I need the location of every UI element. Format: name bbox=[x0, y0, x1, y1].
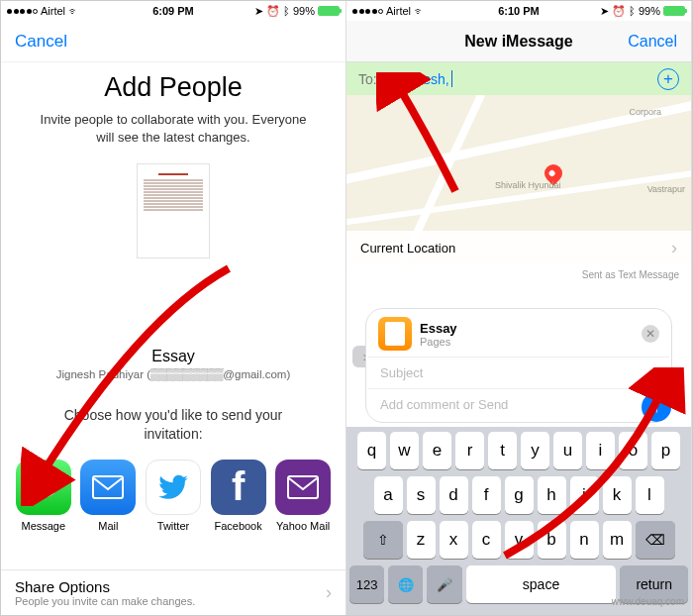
key-m[interactable]: m bbox=[603, 521, 632, 559]
key-b[interactable]: b bbox=[538, 521, 566, 559]
key-p[interactable]: p bbox=[651, 432, 680, 469]
key-s[interactable]: s bbox=[407, 476, 436, 514]
key-backspace[interactable]: ⌫ bbox=[636, 521, 675, 559]
share-app-message[interactable]: Message bbox=[14, 460, 73, 532]
nav-bar: Cancel bbox=[1, 21, 346, 62]
key-l[interactable]: l bbox=[636, 476, 664, 514]
document-owner: Jignesh Padhiyar (▒▒▒▒▒▒▒▒▒@gmail.com) bbox=[1, 368, 346, 380]
share-app-mail[interactable]: Mail bbox=[78, 460, 138, 532]
battery-percent: 99% bbox=[293, 5, 315, 17]
app-label: Mail bbox=[98, 520, 118, 532]
status-bar: Airtel ᯤ 6:10 PM ➤ ⏰ ᛒ 99% bbox=[346, 1, 691, 21]
key-j[interactable]: j bbox=[570, 476, 599, 514]
nav-bar: New iMessage Cancel bbox=[346, 21, 691, 62]
key-w[interactable]: w bbox=[390, 432, 419, 469]
map-preview[interactable]: Shivalik Hyundai Corpora Vastrapur Curre… bbox=[346, 95, 691, 265]
signal-indicator bbox=[7, 9, 38, 14]
remove-attachment-button[interactable]: ✕ bbox=[642, 325, 659, 343]
key-z[interactable]: z bbox=[407, 521, 436, 559]
key-emoji[interactable]: 🌐 bbox=[388, 565, 423, 603]
share-app-yahoo[interactable]: Yahoo Mail bbox=[273, 460, 333, 532]
text-cursor bbox=[451, 70, 453, 87]
key-q[interactable]: q bbox=[357, 432, 386, 469]
key-f[interactable]: f bbox=[472, 476, 501, 514]
map-poi: Corpora bbox=[629, 107, 661, 117]
share-options-sub: People you invite can make changes. bbox=[15, 595, 195, 607]
comment-input[interactable]: Add comment or Send ↑ bbox=[368, 389, 669, 420]
key-i[interactable]: i bbox=[586, 432, 615, 469]
attachment-row: Essay Pages ✕ bbox=[368, 311, 669, 357]
share-app-facebook[interactable]: f Facebook bbox=[209, 460, 268, 532]
send-button[interactable]: ↑ bbox=[642, 392, 671, 422]
mail-icon bbox=[80, 460, 136, 515]
keyboard: qwertyuiop asdfghjkl ⇧zxcvbnm⌫ 123 🌐 🎤 s… bbox=[346, 427, 691, 615]
status-bar: Airtel ᯤ 6:09 PM ➤ ⏰ ᛒ 99% bbox=[1, 1, 346, 21]
to-field[interactable]: To: Dhvanesh, + bbox=[346, 62, 691, 95]
chevron-right-icon: › bbox=[326, 582, 332, 603]
nav-title: New iMessage bbox=[464, 33, 572, 51]
svg-rect-1 bbox=[288, 476, 318, 498]
cancel-button[interactable]: Cancel bbox=[628, 33, 677, 51]
key-space[interactable]: space bbox=[466, 565, 617, 603]
cancel-button[interactable]: Cancel bbox=[15, 32, 67, 51]
wifi-icon: ᯤ bbox=[68, 5, 79, 17]
keyboard-row-3: ⇧zxcvbnm⌫ bbox=[349, 521, 688, 559]
key-d[interactable]: d bbox=[440, 476, 468, 514]
key-a[interactable]: a bbox=[374, 476, 403, 514]
key-t[interactable]: t bbox=[488, 432, 517, 469]
alarm-icon: ⏰ bbox=[266, 5, 280, 18]
key-u[interactable]: u bbox=[553, 432, 582, 469]
app-label: Yahoo Mail bbox=[276, 520, 330, 532]
key-o[interactable]: o bbox=[619, 432, 647, 469]
app-label: Twitter bbox=[157, 520, 189, 532]
keyboard-row-2: asdfghjkl bbox=[349, 476, 688, 514]
key-shift[interactable]: ⇧ bbox=[363, 521, 403, 559]
key-c[interactable]: c bbox=[472, 521, 501, 559]
key-y[interactable]: y bbox=[521, 432, 549, 469]
key-n[interactable]: n bbox=[570, 521, 599, 559]
to-label: To: bbox=[358, 71, 377, 87]
share-options-title: Share Options bbox=[15, 578, 195, 595]
app-label: Message bbox=[21, 520, 65, 532]
signal-indicator bbox=[352, 9, 383, 14]
keyboard-row-1: qwertyuiop bbox=[349, 432, 688, 469]
page-subtitle: Invite people to collaborate with you. E… bbox=[31, 111, 316, 146]
wifi-icon: ᯤ bbox=[414, 5, 425, 17]
twitter-icon bbox=[146, 460, 201, 515]
current-location-bar[interactable]: Current Location › bbox=[346, 231, 691, 265]
svg-rect-0 bbox=[93, 476, 123, 498]
status-time: 6:10 PM bbox=[498, 5, 540, 17]
map-poi: Vastrapur bbox=[647, 184, 685, 194]
bluetooth-icon: ᛒ bbox=[283, 5, 290, 17]
right-screen: Airtel ᯤ 6:10 PM ➤ ⏰ ᛒ 99% New iMessage … bbox=[346, 1, 692, 615]
key-x[interactable]: x bbox=[440, 521, 468, 559]
status-time: 6:09 PM bbox=[152, 5, 194, 17]
left-screen: Airtel ᯤ 6:09 PM ➤ ⏰ ᛒ 99% Cancel Add Pe… bbox=[1, 1, 346, 615]
key-e[interactable]: e bbox=[423, 432, 451, 469]
battery-percent: 99% bbox=[639, 5, 660, 17]
map-poi: Shivalik Hyundai bbox=[495, 180, 561, 190]
key-v[interactable]: v bbox=[505, 521, 534, 559]
current-location-label: Current Location bbox=[360, 241, 455, 256]
key-k[interactable]: k bbox=[603, 476, 632, 514]
arrow-up-icon: ↑ bbox=[652, 398, 660, 416]
facebook-icon: f bbox=[211, 460, 266, 515]
key-mic[interactable]: 🎤 bbox=[427, 565, 461, 603]
sent-as-label: Sent as Text Message bbox=[346, 265, 691, 284]
subject-input[interactable]: Subject bbox=[368, 357, 669, 389]
share-options-row[interactable]: Share Options People you invite can make… bbox=[1, 569, 346, 615]
key-h[interactable]: h bbox=[538, 476, 566, 514]
add-contact-button[interactable]: + bbox=[657, 68, 679, 90]
document-thumbnail[interactable] bbox=[137, 163, 210, 258]
share-app-twitter[interactable]: Twitter bbox=[144, 460, 203, 532]
document-title: Essay bbox=[1, 348, 346, 365]
location-icon: ➤ bbox=[254, 5, 263, 18]
attachment-title: Essay bbox=[420, 321, 457, 336]
key-r[interactable]: r bbox=[455, 432, 484, 469]
message-icon bbox=[16, 460, 71, 515]
share-apps-row: Message Mail Twitter f Facebook Yahoo Ma… bbox=[1, 460, 346, 532]
carrier-label: Airtel bbox=[386, 5, 411, 17]
key-g[interactable]: g bbox=[505, 476, 534, 514]
chevron-right-icon: › bbox=[671, 238, 677, 258]
key-numbers[interactable]: 123 bbox=[349, 565, 384, 603]
